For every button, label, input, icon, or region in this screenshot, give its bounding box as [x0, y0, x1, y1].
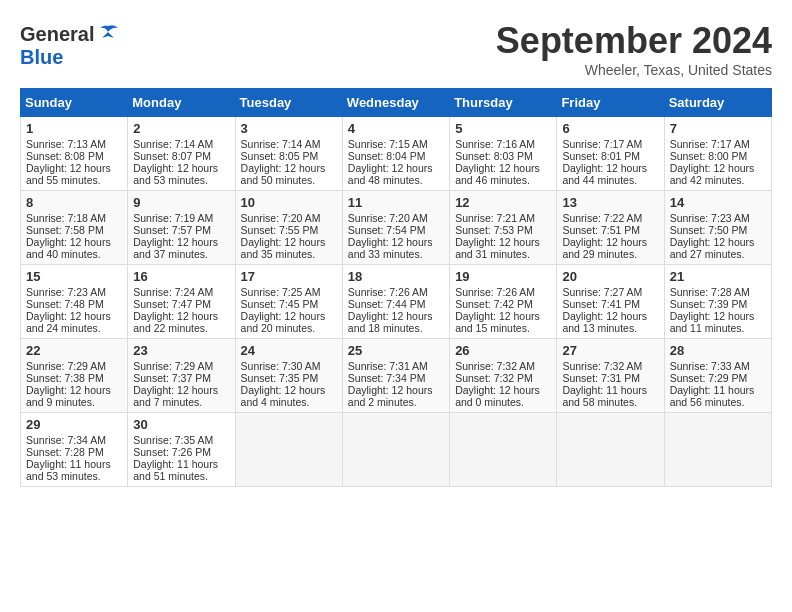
daylight-text: Daylight: 11 hours [670, 384, 755, 396]
daylight-minutes-text: and 33 minutes. [348, 248, 423, 260]
sunset-text: Sunset: 8:00 PM [670, 150, 748, 162]
day-number: 12 [455, 195, 551, 210]
table-row: 11Sunrise: 7:20 AMSunset: 7:54 PMDayligh… [342, 191, 449, 265]
title-area: September 2024 Wheeler, Texas, United St… [496, 20, 772, 78]
day-number: 27 [562, 343, 658, 358]
sunset-text: Sunset: 7:55 PM [241, 224, 319, 236]
daylight-minutes-text: and 0 minutes. [455, 396, 524, 408]
day-number: 28 [670, 343, 766, 358]
sunrise-text: Sunrise: 7:32 AM [455, 360, 535, 372]
daylight-text: Daylight: 11 hours [26, 458, 111, 470]
daylight-minutes-text: and 58 minutes. [562, 396, 637, 408]
table-row [342, 413, 449, 487]
daylight-minutes-text: and 29 minutes. [562, 248, 637, 260]
day-number: 22 [26, 343, 122, 358]
daylight-minutes-text: and 31 minutes. [455, 248, 530, 260]
sunrise-text: Sunrise: 7:18 AM [26, 212, 106, 224]
calendar-title: September 2024 [496, 20, 772, 62]
table-row: 17Sunrise: 7:25 AMSunset: 7:45 PMDayligh… [235, 265, 342, 339]
sunrise-text: Sunrise: 7:17 AM [562, 138, 642, 150]
sunrise-text: Sunrise: 7:20 AM [348, 212, 428, 224]
daylight-minutes-text: and 53 minutes. [26, 470, 101, 482]
calendar-row: 1Sunrise: 7:13 AMSunset: 8:08 PMDaylight… [21, 117, 772, 191]
day-number: 13 [562, 195, 658, 210]
day-number: 17 [241, 269, 337, 284]
daylight-text: Daylight: 12 hours [133, 162, 218, 174]
daylight-minutes-text: and 18 minutes. [348, 322, 423, 334]
daylight-text: Daylight: 12 hours [348, 162, 433, 174]
daylight-text: Daylight: 12 hours [26, 236, 111, 248]
daylight-text: Daylight: 12 hours [348, 384, 433, 396]
table-row: 29Sunrise: 7:34 AMSunset: 7:28 PMDayligh… [21, 413, 128, 487]
sunrise-text: Sunrise: 7:32 AM [562, 360, 642, 372]
sunrise-text: Sunrise: 7:16 AM [455, 138, 535, 150]
sunset-text: Sunset: 8:03 PM [455, 150, 533, 162]
table-row: 13Sunrise: 7:22 AMSunset: 7:51 PMDayligh… [557, 191, 664, 265]
table-row: 27Sunrise: 7:32 AMSunset: 7:31 PMDayligh… [557, 339, 664, 413]
daylight-minutes-text: and 15 minutes. [455, 322, 530, 334]
day-number: 30 [133, 417, 229, 432]
logo: General Blue [20, 20, 122, 68]
day-number: 3 [241, 121, 337, 136]
sunset-text: Sunset: 8:07 PM [133, 150, 211, 162]
table-row: 23Sunrise: 7:29 AMSunset: 7:37 PMDayligh… [128, 339, 235, 413]
sunrise-text: Sunrise: 7:30 AM [241, 360, 321, 372]
daylight-minutes-text: and 4 minutes. [241, 396, 310, 408]
sunrise-text: Sunrise: 7:28 AM [670, 286, 750, 298]
header-friday: Friday [557, 89, 664, 117]
table-row: 24Sunrise: 7:30 AMSunset: 7:35 PMDayligh… [235, 339, 342, 413]
sunrise-text: Sunrise: 7:31 AM [348, 360, 428, 372]
day-number: 8 [26, 195, 122, 210]
daylight-text: Daylight: 12 hours [455, 310, 540, 322]
table-row: 7Sunrise: 7:17 AMSunset: 8:00 PMDaylight… [664, 117, 771, 191]
sunset-text: Sunset: 7:53 PM [455, 224, 533, 236]
daylight-minutes-text: and 46 minutes. [455, 174, 530, 186]
sunrise-text: Sunrise: 7:23 AM [670, 212, 750, 224]
header-saturday: Saturday [664, 89, 771, 117]
daylight-text: Daylight: 12 hours [26, 310, 111, 322]
table-row: 14Sunrise: 7:23 AMSunset: 7:50 PMDayligh… [664, 191, 771, 265]
day-number: 23 [133, 343, 229, 358]
sunset-text: Sunset: 8:08 PM [26, 150, 104, 162]
sunset-text: Sunset: 7:45 PM [241, 298, 319, 310]
day-number: 16 [133, 269, 229, 284]
daylight-text: Daylight: 12 hours [241, 162, 326, 174]
sunset-text: Sunset: 7:57 PM [133, 224, 211, 236]
day-number: 19 [455, 269, 551, 284]
table-row [235, 413, 342, 487]
table-row: 12Sunrise: 7:21 AMSunset: 7:53 PMDayligh… [450, 191, 557, 265]
sunrise-text: Sunrise: 7:21 AM [455, 212, 535, 224]
page-header: General Blue September 2024 Wheeler, Tex… [20, 20, 772, 78]
sunrise-text: Sunrise: 7:25 AM [241, 286, 321, 298]
calendar-row: 8Sunrise: 7:18 AMSunset: 7:58 PMDaylight… [21, 191, 772, 265]
daylight-minutes-text: and 35 minutes. [241, 248, 316, 260]
daylight-text: Daylight: 12 hours [455, 162, 540, 174]
table-row: 30Sunrise: 7:35 AMSunset: 7:26 PMDayligh… [128, 413, 235, 487]
calendar-row: 29Sunrise: 7:34 AMSunset: 7:28 PMDayligh… [21, 413, 772, 487]
sunset-text: Sunset: 7:32 PM [455, 372, 533, 384]
sunset-text: Sunset: 7:38 PM [26, 372, 104, 384]
day-number: 11 [348, 195, 444, 210]
day-number: 6 [562, 121, 658, 136]
daylight-minutes-text: and 7 minutes. [133, 396, 202, 408]
logo-bird-icon [94, 20, 122, 48]
table-row: 5Sunrise: 7:16 AMSunset: 8:03 PMDaylight… [450, 117, 557, 191]
day-number: 15 [26, 269, 122, 284]
day-number: 14 [670, 195, 766, 210]
daylight-minutes-text: and 22 minutes. [133, 322, 208, 334]
table-row: 8Sunrise: 7:18 AMSunset: 7:58 PMDaylight… [21, 191, 128, 265]
sunrise-text: Sunrise: 7:22 AM [562, 212, 642, 224]
sunrise-text: Sunrise: 7:33 AM [670, 360, 750, 372]
daylight-minutes-text: and 20 minutes. [241, 322, 316, 334]
sunset-text: Sunset: 7:42 PM [455, 298, 533, 310]
daylight-text: Daylight: 12 hours [26, 384, 111, 396]
day-number: 2 [133, 121, 229, 136]
daylight-minutes-text: and 51 minutes. [133, 470, 208, 482]
daylight-minutes-text: and 13 minutes. [562, 322, 637, 334]
sunset-text: Sunset: 7:28 PM [26, 446, 104, 458]
sunset-text: Sunset: 7:41 PM [562, 298, 640, 310]
sunset-text: Sunset: 7:29 PM [670, 372, 748, 384]
sunrise-text: Sunrise: 7:27 AM [562, 286, 642, 298]
table-row: 19Sunrise: 7:26 AMSunset: 7:42 PMDayligh… [450, 265, 557, 339]
daylight-text: Daylight: 12 hours [133, 236, 218, 248]
